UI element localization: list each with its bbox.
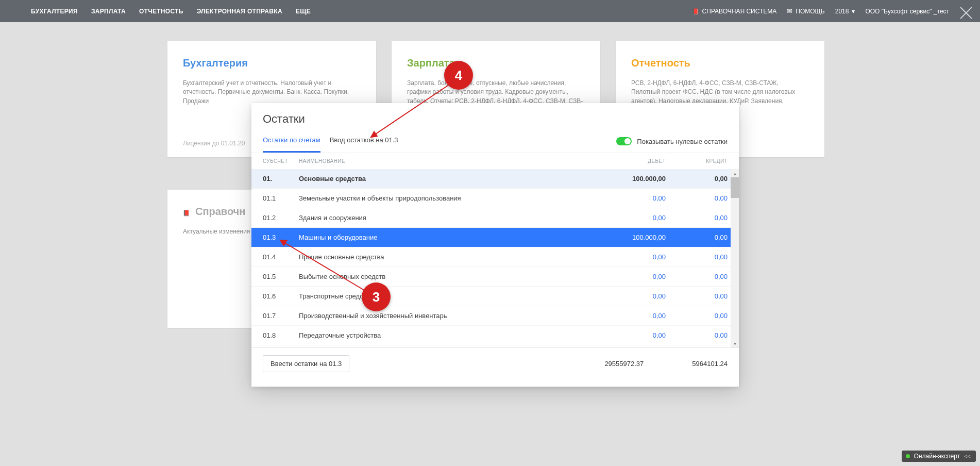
cell-credit: 0,00 — [666, 194, 728, 202]
card-accounting-license: Лицензия до 01.01.20 — [183, 139, 245, 148]
cell-credit: 0,00 — [666, 331, 728, 339]
nav-reference-system[interactable]: СПРАВОЧНАЯ СИСТЕМА — [692, 8, 777, 15]
cell-name: Производственный и хозяйственный инвента… — [299, 312, 588, 320]
nav-help[interactable]: ПОМОЩЬ — [787, 7, 824, 15]
modal-tabs-row: Остатки по счетам Ввод остатков на 01.3 … — [251, 130, 739, 153]
cell-credit: 0,00 — [666, 273, 728, 280]
nav-accounting[interactable]: БУХГАЛТЕРИЯ — [31, 8, 78, 15]
cell-name: Земельные участки и объекты природопольз… — [299, 194, 588, 202]
online-expert-widget[interactable]: Онлайн-эксперт << — [902, 451, 976, 462]
card-salary-title: Зарплата — [407, 56, 585, 71]
cell-subaccount: 01.8 — [263, 331, 299, 339]
th-subaccount: СУБСЧЕТ — [263, 158, 299, 164]
modal-footer: Ввести остатки на 01.3 29555972.37 59641… — [251, 347, 739, 379]
cell-debit: 100.000,00 — [588, 175, 666, 182]
online-status-dot — [906, 454, 910, 458]
th-debit: ДЕБЕТ — [588, 158, 666, 164]
close-icon[interactable] — [958, 5, 974, 21]
card-accounting-title: Бухгалтерия — [183, 56, 361, 71]
mail-icon — [787, 7, 792, 15]
annotation-marker-4: 4 — [444, 61, 473, 90]
chevron-down-icon: ▾ — [852, 8, 855, 15]
cell-debit: 0,00 — [588, 253, 666, 261]
nav-reporting[interactable]: ОТЧЕТНОСТЬ — [139, 8, 183, 15]
cell-credit: 0,00 — [666, 253, 728, 261]
nav-company[interactable]: ООО "Бухсофт сервис" _тест — [865, 8, 949, 15]
collapse-icon: << — [964, 453, 971, 459]
svg-line-3 — [280, 240, 367, 292]
cell-debit: 0,00 — [588, 194, 666, 202]
table-row[interactable]: 01.1Земельные участки и объекты природоп… — [251, 189, 739, 208]
cell-subaccount: 01. — [263, 175, 299, 182]
table-row[interactable]: 01.9Объекты основных средств, переданные… — [251, 345, 739, 347]
cell-name: Передаточные устройства — [299, 331, 588, 339]
table-row[interactable]: 01.8Передаточные устройства0,000,00 — [251, 326, 739, 345]
top-nav: БУХГАЛТЕРИЯ ЗАРПЛАТА ОТЧЕТНОСТЬ ЭЛЕКТРОН… — [0, 0, 980, 22]
cell-debit: 0,00 — [588, 312, 666, 320]
book-icon — [183, 204, 190, 219]
book-icon — [692, 8, 699, 15]
nav-esend[interactable]: ЭЛЕКТРОННАЯ ОТПРАВКА — [197, 8, 282, 15]
cell-subaccount: 01.2 — [263, 214, 299, 222]
cell-debit: 0,00 — [588, 273, 666, 280]
cell-credit: 0,00 — [666, 175, 728, 182]
th-name: НАИМЕНОВАНИЕ — [299, 158, 588, 164]
enter-balances-button[interactable]: Ввести остатки на 01.3 — [263, 355, 349, 372]
footer-total-credit: 5964101.24 — [692, 360, 728, 368]
card-reporting-title: Отчетность — [631, 56, 809, 71]
toggle-show-zero[interactable] — [616, 137, 632, 145]
card-accounting-desc: Бухгалтерский учет и отчетность. Налогов… — [183, 79, 361, 106]
nav-salary[interactable]: ЗАРПЛАТА — [91, 8, 126, 15]
top-nav-right: СПРАВОЧНАЯ СИСТЕМА ПОМОЩЬ 2018 ▾ ООО "Бу… — [692, 7, 949, 15]
cell-credit: 0,00 — [666, 214, 728, 222]
top-nav-left: БУХГАЛТЕРИЯ ЗАРПЛАТА ОТЧЕТНОСТЬ ЭЛЕКТРОН… — [31, 8, 311, 15]
cell-debit: 0,00 — [588, 214, 666, 222]
cell-credit: 0,00 — [666, 234, 728, 241]
scroll-arrow-up[interactable]: ▴ — [731, 169, 739, 177]
th-credit: КРЕДИТ — [666, 158, 728, 164]
online-expert-label: Онлайн-эксперт — [914, 453, 960, 460]
table-row[interactable]: 01.Основные средства100.000,000,00 — [251, 169, 739, 189]
nav-more[interactable]: ЕЩЕ — [296, 8, 311, 15]
toggle-show-zero-label: Показывать нулевые остатки — [637, 138, 728, 145]
cell-name: Здания и сооружения — [299, 214, 588, 222]
cell-subaccount: 01.1 — [263, 194, 299, 202]
cell-name: Основные средства — [299, 175, 588, 182]
svg-line-2 — [371, 85, 449, 137]
cell-credit: 0,00 — [666, 292, 728, 300]
scrollbar-thumb[interactable] — [731, 177, 739, 198]
modal-title: Остатки — [251, 103, 739, 130]
cell-subaccount: 01.7 — [263, 312, 299, 320]
cell-credit: 0,00 — [666, 312, 728, 320]
table-header: СУБСЧЕТ НАИМЕНОВАНИЕ ДЕБЕТ КРЕДИТ — [251, 153, 739, 169]
cell-debit: 0,00 — [588, 331, 666, 339]
tab-balances-by-accounts[interactable]: Остатки по счетам — [263, 130, 320, 153]
footer-total-debit: 29555972.37 — [604, 360, 644, 368]
annotation-marker-3: 3 — [362, 282, 391, 311]
cell-debit: 0,00 — [588, 292, 666, 300]
cell-debit: 100.000,00 — [588, 234, 666, 241]
nav-year-select[interactable]: 2018 ▾ — [835, 8, 855, 15]
table-row[interactable]: 01.2Здания и сооружения0,000,00 — [251, 208, 739, 228]
scroll-arrow-down[interactable]: ▾ — [731, 339, 739, 347]
